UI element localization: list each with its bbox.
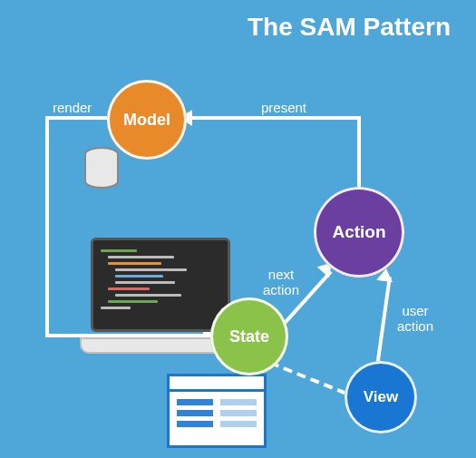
node-label: View bbox=[364, 388, 398, 406]
edge-user-action bbox=[375, 277, 392, 367]
node-view: View bbox=[345, 361, 417, 434]
document-window-icon bbox=[167, 374, 267, 448]
node-label: Model bbox=[123, 111, 170, 130]
edge-render bbox=[45, 116, 49, 337]
edge-label-next-action: next action bbox=[263, 267, 299, 298]
node-model: Model bbox=[107, 80, 187, 160]
edge-label-render: render bbox=[53, 100, 92, 115]
edge-present bbox=[357, 118, 361, 190]
database-icon bbox=[82, 147, 121, 190]
edge-present bbox=[189, 116, 361, 120]
edge-render bbox=[45, 116, 109, 120]
node-state: State bbox=[210, 297, 288, 375]
node-label: State bbox=[229, 327, 269, 346]
edge-label-user-action: user action bbox=[397, 303, 433, 335]
edge-label-present: present bbox=[261, 100, 306, 115]
node-action: Action bbox=[314, 187, 404, 278]
node-label: Action bbox=[332, 222, 385, 242]
diagram-title: The SAM Pattern bbox=[248, 13, 451, 42]
sam-pattern-diagram: The SAM Pattern bbox=[0, 0, 476, 458]
